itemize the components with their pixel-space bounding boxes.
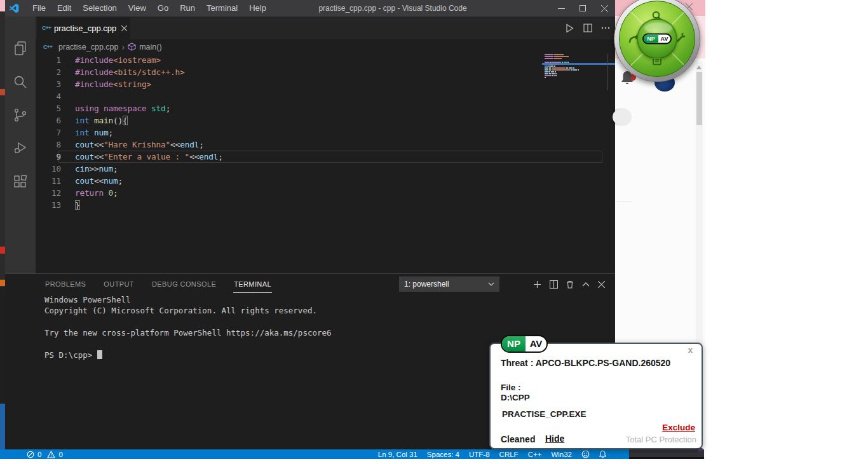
errors-icon[interactable] [27, 451, 34, 458]
brand-text: Total PC Protection [626, 435, 696, 444]
kill-terminal-icon[interactable] [566, 280, 574, 289]
tab-terminal[interactable]: TERMINAL [233, 274, 272, 293]
source-control-icon[interactable] [13, 107, 28, 123]
minimap-cursor-line [542, 63, 615, 65]
terminal-content[interactable]: Windows PowerShellCopyright (C) Microsof… [44, 294, 332, 360]
line-number: 3 [38, 78, 61, 90]
window-fragment-pill [613, 109, 632, 125]
code-line[interactable]: int num; [75, 126, 113, 139]
code-line[interactable]: return 0; [75, 187, 118, 199]
terminal-line [44, 339, 332, 350]
line-number: 10 [38, 163, 61, 175]
line-number: 9 [38, 151, 61, 163]
line-number: 1 [38, 54, 61, 66]
maximize-panel-icon[interactable] [582, 282, 590, 287]
popup-close-icon[interactable]: x [688, 345, 693, 355]
shell-selector-value: 1: powershell [404, 280, 449, 289]
file-name: PRACTISE_CPP.EXE [502, 409, 587, 419]
divider [616, 201, 632, 202]
code-line[interactable]: cout<<"Enter a value : "<<endl; [75, 151, 223, 163]
line-number: 4 [38, 90, 61, 102]
npav-logo: NP AV [501, 335, 548, 353]
status-encoding[interactable]: UTF-8 [469, 451, 490, 458]
shell-selector[interactable]: 1: powershell [399, 276, 499, 292]
minimap[interactable] [543, 54, 604, 85]
code-line[interactable]: #include<string> [75, 78, 151, 90]
line-number: 2 [38, 66, 61, 78]
split-terminal-icon[interactable] [550, 280, 558, 289]
file-label: File : [501, 383, 521, 392]
background-window-edge [629, 449, 704, 459]
popup-caret [696, 448, 703, 453]
npav-logo: NP AV [642, 34, 672, 44]
status-language[interactable]: C++ [528, 451, 542, 458]
file-path: D:\CPP [501, 393, 530, 402]
line-number: 7 [38, 126, 61, 139]
terminal-line: Copyright (C) Microsoft Corporation. All… [44, 305, 332, 316]
terminal-cursor [97, 350, 102, 359]
npav-dial-hub[interactable]: NP AV [637, 18, 677, 59]
status-eol[interactable]: CRLF [499, 451, 519, 458]
close-panel-icon[interactable] [598, 281, 605, 288]
line-number: 6 [38, 114, 61, 126]
line-number: 5 [38, 102, 61, 114]
code-line[interactable]: #include<iostream> [75, 54, 161, 66]
tab-output[interactable]: OUTPUT [103, 274, 135, 293]
code-line[interactable]: cout<<"Hare Krishna"<<endl; [75, 139, 204, 151]
npav-dial: NP AV [614, 0, 700, 82]
npav-logo-np: NP [502, 336, 526, 351]
line-number: 13 [38, 199, 61, 211]
cleaned-status: Cleaned [501, 434, 535, 444]
code-line[interactable]: using namespace std; [75, 102, 170, 114]
warnings-count[interactable]: 0 [58, 451, 62, 458]
code-line[interactable]: cin>>num; [75, 163, 118, 175]
explorer-icon[interactable] [13, 41, 28, 56]
line-number: 8 [38, 139, 61, 151]
status-indentation[interactable]: Spaces: 4 [427, 451, 459, 458]
npav-alert-popup: NP AV x Threat : APCO-BLKPC.PS-GAND.2605… [489, 343, 703, 449]
chevron-down-icon [488, 282, 494, 286]
code-line[interactable]: int main(){ [75, 114, 128, 126]
extensions-icon[interactable] [13, 174, 28, 189]
editor[interactable]: 1#include<iostream>2#include<bits/stdc++… [5, 0, 615, 273]
notifications-bell-icon[interactable] [599, 450, 606, 458]
line-number: 11 [38, 175, 61, 187]
terminal-line: Try the new cross-platform PowerShell ht… [44, 327, 332, 338]
screen: File Edit Selection View Go Run Terminal… [0, 0, 868, 464]
warnings-icon[interactable] [47, 451, 55, 458]
terminal-line [44, 317, 332, 327]
errors-count[interactable]: 0 [37, 451, 41, 458]
feedback-smiley-icon[interactable] [581, 450, 590, 458]
npav-logo-av: AV [526, 336, 546, 351]
npav-logo-np: NP [644, 35, 658, 43]
minimap-edge [607, 54, 608, 90]
search-icon[interactable] [13, 74, 28, 90]
exclude-link[interactable]: Exclude [662, 423, 695, 432]
terminal-line: Windows PowerShell [44, 294, 332, 305]
run-and-debug-icon[interactable] [13, 140, 28, 156]
tab-debug-console[interactable]: DEBUG CONSOLE [151, 274, 217, 293]
background-window-sliver [0, 0, 5, 459]
code-line[interactable]: #include<bits/stdc++.h> [75, 66, 185, 78]
line-number: 12 [38, 187, 61, 199]
code-line[interactable]: cout<<num; [75, 175, 123, 187]
status-cursor-position[interactable]: Ln 9, Col 31 [378, 451, 417, 458]
code-line[interactable]: } [75, 199, 80, 211]
tab-problems[interactable]: PROBLEMS [44, 274, 86, 293]
status-bar: 0 0 Ln 9, Col 31 Spaces: 4 UTF-8 CRLF C+… [0, 449, 629, 459]
new-terminal-icon[interactable] [533, 280, 541, 289]
threat-text: Threat : APCO-BLKPC.PS-GAND.260520 [501, 358, 670, 368]
hide-link[interactable]: Hide [545, 433, 564, 444]
terminal-line: PS D:\cpp> [44, 350, 332, 360]
npav-logo-av: AV [658, 35, 670, 43]
status-platform[interactable]: Win32 [551, 451, 572, 458]
